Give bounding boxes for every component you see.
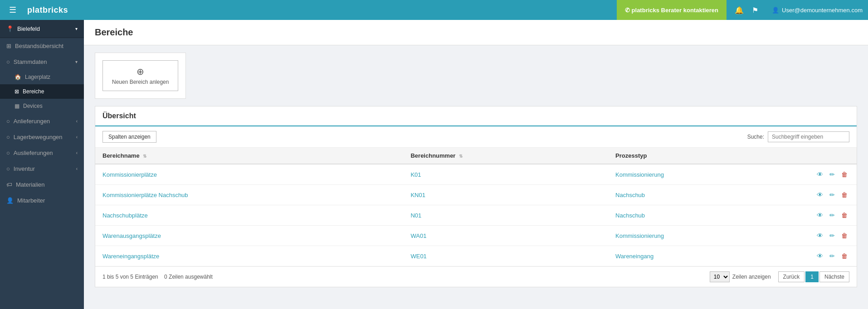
table-row: Wareneingangsplätze WE01 Wareneingang 👁 … [95,246,857,266]
mitarbeiter-label: Mitarbeiter [17,197,45,204]
sidebar: 📍 Bielefeld ▾ ⊞ Bestandsübersicht ○ Stam… [0,20,84,309]
new-btn-card: ⊕ Neuen Bereich anlegen [95,53,186,99]
view-icon[interactable]: 👁 [815,170,825,179]
auslieferungen-inner: ○ Auslieferungen [6,150,53,156]
delete-icon[interactable]: 🗑 [839,190,849,199]
cell-bereichnummer: WE01 [403,246,608,266]
search-input[interactable] [768,131,849,142]
page-1-button[interactable]: 1 [805,271,819,282]
rows-select[interactable]: 10 25 50 [710,271,730,282]
inventur-icon: ○ [6,165,10,172]
cell-bereichname: Kommissionierplätze Nachschub [95,185,403,205]
stammdaten-chevron-icon: ▾ [75,59,78,64]
bell-icon[interactable]: 🔔 [731,6,747,14]
devices-label: Devices [23,103,43,109]
cell-actions: 👁 ✏ 🗑 [802,185,857,205]
footer-info: 1 bis 5 von 5 Einträgen 0 Zeilen ausgewä… [102,274,213,280]
prev-page-button[interactable]: Zurück [778,271,805,282]
edit-icon[interactable]: ✏ [828,211,837,220]
edit-icon[interactable]: ✏ [828,190,837,199]
content-area: Bereiche ⊕ Neuen Bereich anlegen Übersic… [84,20,868,309]
location-selector[interactable]: 📍 Bielefeld ▾ [0,20,84,38]
sidebar-item-lagerplatz[interactable]: 🏠 Lagerplatz [0,70,84,84]
mitarbeiter-icon: 👤 [6,197,14,204]
lagerbewegungen-label: Lagerbewegungen [14,134,63,140]
columns-button[interactable]: Spalten anzeigen [102,131,156,143]
contact-button[interactable]: ✆ platbricks Berater kontaktieren [617,0,727,20]
view-icon[interactable]: 👁 [815,211,825,220]
sidebar-item-bereiche[interactable]: ⊠ Bereiche [0,84,84,99]
search-area: Suche: [747,131,849,142]
content-inner: ⊕ Neuen Bereich anlegen Übersicht Spalte… [84,45,868,295]
top-header: ☰ platbricks ✆ platbricks Berater kontak… [0,0,868,20]
col-actions [802,148,857,164]
data-table: Bereichname ⇅ Bereichnummer ⇅ Prozesstyp [95,148,857,266]
header-right: ✆ platbricks Berater kontaktieren 🔔 ⚑ 👤 … [617,0,868,20]
search-label: Suche: [747,134,764,140]
inventur-chevron-icon: ‹ [76,166,78,171]
bestandsuebersicht-icon: ⊞ [6,43,11,49]
sidebar-item-materialien[interactable]: 🏷 Materialien [0,177,84,193]
view-icon[interactable]: 👁 [815,231,825,240]
table-row: Kommissionierplätze K01 Kommissionierung… [95,164,857,185]
sidebar-item-anlieferungen[interactable]: ○ Anlieferungen ‹ [0,113,84,129]
pagination: Zurück 1 Nächste [778,271,849,282]
sort-icon-bereichnummer: ⇅ [459,154,463,159]
delete-icon[interactable]: 🗑 [839,170,849,179]
delete-icon[interactable]: 🗑 [839,251,849,261]
overview-title: Übersicht [95,106,857,126]
inventur-inner: ○ Inventur [6,165,35,172]
header-icons: 🔔 ⚑ [727,6,766,14]
new-bereich-button[interactable]: ⊕ Neuen Bereich anlegen [102,60,178,91]
user-icon: 👤 [772,7,779,14]
view-icon[interactable]: 👁 [815,190,825,199]
cell-bereichname: Wareneingangsplätze [95,246,403,266]
view-icon[interactable]: 👁 [815,251,825,261]
table-row: Nachschubplätze N01 Nachschub 👁 ✏ 🗑 [95,205,857,226]
sidebar-item-mitarbeiter[interactable]: 👤 Mitarbeiter [0,193,84,208]
flag-icon[interactable]: ⚑ [748,6,762,14]
sidebar-item-inventur[interactable]: ○ Inventur ‹ [0,161,84,177]
rows-per-page: 10 25 50 Zeilen anzeigen [710,271,771,282]
sidebar-item-lagerbewegungen[interactable]: ○ Lagerbewegungen ‹ [0,129,84,145]
table-body: Kommissionierplätze K01 Kommissionierung… [95,164,857,266]
col-bereichnummer[interactable]: Bereichnummer ⇅ [403,148,608,164]
cell-bereichnummer: WA01 [403,226,608,246]
cell-bereichname: Warenausgangsplätze [95,226,403,246]
sidebar-item-auslieferungen[interactable]: ○ Auslieferungen ‹ [0,145,84,161]
edit-icon[interactable]: ✏ [828,251,837,261]
delete-icon[interactable]: 🗑 [839,231,849,240]
cell-prozesstyp: Kommissionierung [608,226,802,246]
edit-icon[interactable]: ✏ [828,231,837,240]
cell-bereichnummer: N01 [403,205,608,226]
cell-prozesstyp: Nachschub [608,185,802,205]
main-layout: 📍 Bielefeld ▾ ⊞ Bestandsübersicht ○ Stam… [0,20,868,309]
location-inner: 📍 Bielefeld [6,25,40,32]
footer-left: 1 bis 5 von 5 Einträgen 0 Zeilen ausgewä… [102,274,213,280]
sidebar-item-bestandsuebersicht[interactable]: ⊞ Bestandsübersicht [0,38,84,54]
cell-prozesstyp: Wareneingang [608,246,802,266]
materialien-label: Materialien [16,181,45,188]
user-info: 👤 User@demounternehmen.com [766,7,868,14]
anlieferungen-icon: ○ [6,118,10,125]
page-title: Bereiche [84,20,868,45]
lagerplatz-label: Lagerplatz [25,74,50,80]
next-page-button[interactable]: Nächste [819,271,849,282]
menu-icon[interactable]: ☰ [5,5,20,15]
sidebar-item-stammdaten[interactable]: ○ Stammdaten ▾ [0,54,84,70]
plus-icon: ⊕ [137,66,144,77]
table-header: Bereichname ⇅ Bereichnummer ⇅ Prozesstyp [95,148,857,164]
cell-bereichname: Nachschubplätze [95,205,403,226]
sidebar-item-devices[interactable]: ▦ Devices [0,99,84,113]
lagerbewegungen-icon: ○ [6,134,10,140]
anlieferungen-inner: ○ Anlieferungen [6,118,50,125]
stammdaten-label: Stammdaten [14,58,47,65]
edit-icon[interactable]: ✏ [828,170,837,179]
bestandsuebersicht-label: Bestandsübersicht [15,43,63,49]
bereiche-icon: ⊠ [15,88,19,95]
delete-icon[interactable]: 🗑 [839,211,849,220]
col-bereichname[interactable]: Bereichname ⇅ [95,148,403,164]
auslieferungen-icon: ○ [6,150,10,156]
table-row: Warenausgangsplätze WA01 Kommissionierun… [95,226,857,246]
lagerplatz-icon: 🏠 [15,74,21,80]
